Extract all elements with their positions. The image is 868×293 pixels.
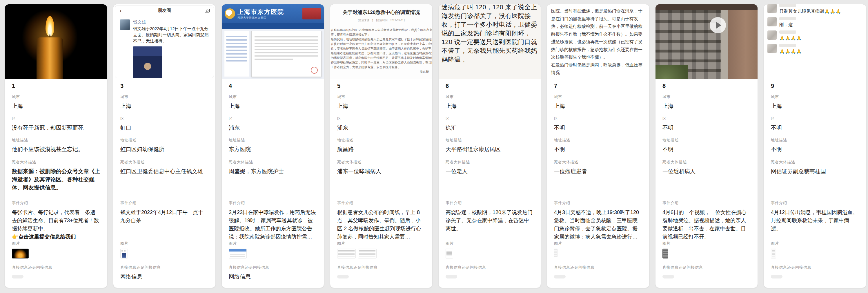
city-label: 城市 — [445, 94, 534, 99]
poster-name: 钱文雄 — [133, 20, 210, 25]
image-thumbnail[interactable] — [662, 248, 668, 259]
document-meta: 【信息来源：】【信息时间：2022-03-31】 — [330, 19, 432, 22]
submit-info-link[interactable]: 👉点击这里提交信息给我们 — [12, 233, 100, 241]
city-value: 上海 — [120, 102, 209, 110]
city-value: 上海 — [337, 102, 425, 110]
event-value: 4月3日突感不适，晚上19:30叫了120急救。当时面临全员核酸，三甲医院门急诊… — [554, 208, 642, 241]
address-value: 天平路街道永康居民区 — [445, 145, 534, 153]
video-still-screenshot — [655, 4, 757, 79]
event-label: 事件介绍 — [337, 201, 425, 206]
back-chevron-icon: ‹ — [120, 7, 122, 14]
city-label: 城市 — [229, 94, 317, 99]
screenshot-text: 医院。当时有些低烧，但是发热门诊在消杀，于是在门口的黑夜里等待了很久。可是由于有… — [551, 7, 645, 77]
chat-message-text: 刚，这 — [779, 22, 796, 28]
hospital-subname: 同济大学附属东方医院 — [238, 16, 284, 20]
screenshot-text: 迷病危了叫 120，120 来了说全上海发热门诊都关了，没有医院接收，打了一个多… — [441, 4, 538, 64]
city-label: 城市 — [120, 94, 209, 99]
district-value: 虹口 — [120, 124, 209, 132]
district-value: 不明 — [554, 124, 642, 132]
district-value: 浦东 — [337, 124, 425, 132]
image-thumbnail[interactable] — [554, 248, 558, 257]
hospital-name: 上海市东方医院 — [238, 8, 284, 16]
death-record-card[interactable]: 8 城市 上海 区 不明 地址描述 不明 死者大体描述 一位透析病人 事件介绍 … — [655, 4, 758, 288]
city-value: 上海 — [12, 102, 100, 110]
address-value: 不明 — [771, 145, 859, 153]
deceased-label: 死者大体描述 — [12, 159, 100, 165]
image-thumbnails — [771, 248, 859, 259]
card-number: 4 — [229, 83, 317, 89]
city-value: 上海 — [662, 102, 751, 110]
hospital-logo — [225, 8, 235, 19]
deceased-label: 死者大体描述 — [771, 159, 859, 165]
district-value: 没有死于新冠，却因新冠而死 — [12, 124, 100, 132]
district-value: 不明 — [662, 124, 751, 132]
deceased-value: 虹口区卫健委信息中心主任钱文雄 — [120, 167, 209, 176]
district-value: 不明 — [771, 124, 859, 132]
event-label: 事件介绍 — [12, 201, 100, 206]
city-label: 城市 — [771, 94, 859, 99]
event-label: 事件介绍 — [771, 201, 859, 206]
chat-text-screenshot: 迷病危了叫 120，120 来了说全上海发热门诊都关了，没有医院接收，打了一个多… — [439, 4, 541, 79]
district-label: 区 — [771, 116, 859, 121]
image-thumbnails — [554, 248, 642, 257]
document-title: 关于对浦东120急救中心的调查情况 — [330, 9, 432, 16]
image-label: 图片 — [771, 241, 859, 246]
death-record-card[interactable]: 1 城市 上海 区 没有死于新冠，却因新冠而死 地址描述 他们不应该被漠视甚至忘… — [5, 4, 107, 288]
avatar — [120, 20, 130, 30]
city-value: 上海 — [771, 102, 859, 110]
image-thumbnail[interactable] — [445, 248, 453, 259]
event-label: 事件介绍 — [554, 201, 642, 206]
deceased-label: 死者大体描述 — [554, 159, 642, 165]
death-record-card[interactable]: 上海市东方医院 同济大学附属东方医院 — [221, 4, 324, 288]
post-photo — [133, 47, 162, 78]
image-thumbnail[interactable] — [771, 248, 776, 259]
address-label: 地址描述 — [229, 138, 317, 143]
death-record-card[interactable]: ‹ 朋友圈 钱文雄 钱文雄于2022年4月12日下午一点十九分去世。疫情期间一切… — [113, 4, 216, 288]
post-text: 钱文雄于2022年4月12日下午一点十九分去世。疫情期间一切从简。家属目前悲痛不… — [133, 26, 210, 44]
image-thumbnail[interactable] — [337, 248, 356, 259]
chat-message-text: 🙏🙏🙏🙏 — [779, 35, 802, 41]
death-record-card[interactable]: 只剩其女儿眼见其病逝🙏🙏🙏刚，这🙏🙏🙏🙏🙏🙏🙏🙏 9 城市 上海 区 不明 地址… — [764, 4, 866, 288]
district-label: 区 — [120, 116, 209, 121]
death-record-card[interactable]: 医院。当时有些低烧，但是发热门诊在消杀，于是在门口的黑夜里等待了很久。可是由于有… — [547, 4, 649, 288]
empty-value-pill — [12, 275, 24, 279]
website-nav-bar — [222, 23, 324, 29]
news-sidebar — [224, 31, 249, 77]
brick-wall — [728, 10, 757, 79]
card-number: 3 — [120, 83, 209, 89]
blurred-name — [779, 4, 796, 7]
image-thumbnails — [445, 248, 534, 259]
deceased-value: 一位透析病人 — [662, 167, 751, 176]
address-label: 地址描述 — [337, 138, 425, 143]
deceased-value: 一位老人 — [445, 167, 534, 176]
city-label: 城市 — [554, 94, 642, 99]
banner-badge — [302, 8, 321, 20]
image-thumbnail[interactable] — [120, 248, 128, 259]
image-thumbnails — [229, 248, 317, 259]
image-thumbnail[interactable] — [229, 248, 247, 259]
image-label: 图片 — [662, 241, 751, 246]
district-label: 区 — [554, 116, 642, 121]
image-label: 图片 — [229, 241, 317, 246]
district-value: 浦东 — [229, 124, 317, 132]
address-value: 他们不应该被漠视甚至忘记。 — [12, 145, 100, 153]
image-thumbnails — [120, 248, 209, 259]
image-thumbnail[interactable] — [12, 248, 29, 259]
image-label: 图片 — [337, 241, 425, 246]
death-record-card[interactable]: 关于对浦东120急救中心的调查情况 【信息来源：】【信息时间：2022-03-3… — [330, 4, 433, 288]
investigation-document-screenshot: 关于对浦东120急救中心的调查情况 【信息来源：】【信息时间：2022-03-3… — [330, 4, 432, 79]
image-thumbnail[interactable] — [358, 248, 377, 259]
play-button-icon — [710, 17, 726, 33]
empty-value-pill — [445, 275, 457, 279]
card-gallery: 1 城市 上海 区 没有死于新冠，却因新冠而死 地址描述 他们不应该被漠视甚至忘… — [0, 0, 868, 288]
district-value: 徐汇 — [445, 124, 534, 132]
chat-message-row: 🙏🙏🙏🙏 — [767, 44, 863, 54]
address-label: 地址描述 — [445, 138, 534, 143]
deceased-value: 数据来源：被删除的公众号文章《上海逝者》及其评论区、各种社交媒体、网友提供信息。 — [12, 167, 100, 192]
event-value: 4月6日的一个视频，一位女性在撕心裂肺地哭泣。据视频描述，她的亲人要做透析，出不… — [662, 208, 751, 241]
district-label: 区 — [229, 116, 317, 121]
event-value: 3月23日在家中哮喘发作，用药后无法缓解。19时，家属驾车送其就诊，被医院拒收。… — [229, 208, 317, 241]
event-label: 事件介绍 — [662, 201, 751, 206]
death-record-card[interactable]: 迷病危了叫 120，120 来了说全上海发热门诊都关了，没有医院接收，打了一个多… — [438, 4, 541, 288]
event-value: 钱文雄于2022年4月12日下午一点十九分自杀 — [120, 208, 209, 225]
